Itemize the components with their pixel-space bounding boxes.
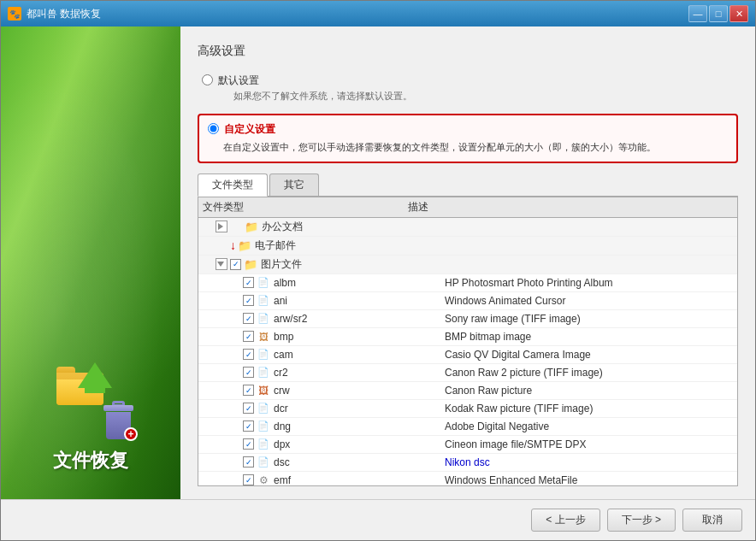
doc-icon: 📄 — [257, 312, 270, 326]
folder-icon: 📁 — [238, 238, 251, 252]
table-row[interactable]: ✓ 📄 arw/sr2 Sony raw image (TIFF image) — [198, 310, 737, 328]
app-icon: 🐾 — [8, 7, 21, 21]
default-radio-label[interactable]: 默认设置 — [218, 74, 259, 86]
folder-icon: 📁 — [245, 220, 258, 233]
checkbox[interactable]: ✓ — [243, 403, 254, 414]
table-body[interactable]: 📁 办公文档 ↓ 📁 电子邮件 ✓ — [198, 218, 737, 486]
doc-icon: 📄 — [257, 276, 270, 290]
row-name: 电子邮件 — [255, 238, 426, 253]
row-desc: Windows Animated Cursor — [445, 295, 733, 307]
default-radio-input[interactable] — [202, 74, 213, 85]
row-desc: HP Photosmart Photo Printing Album — [445, 277, 733, 289]
checkbox[interactable]: ✓ — [243, 420, 254, 432]
checkbox[interactable]: ✓ — [243, 331, 254, 342]
row-desc: BMP bitmap image — [445, 331, 733, 343]
default-radio-option[interactable]: 默认设置 如果您不了解文件系统，请选择默认设置。 — [198, 69, 738, 107]
checkbox[interactable]: ✓ — [243, 438, 254, 450]
checkbox[interactable]: ✓ — [243, 385, 254, 396]
tab-bar: 文件类型 其它 — [198, 173, 738, 197]
row-desc: Canon Raw 2 picture (TIFF image) — [445, 367, 733, 379]
sidebar-label: 文件恢复 — [53, 448, 128, 473]
row-name: cr2 — [274, 367, 445, 379]
prev-button[interactable]: < 上一步 — [531, 509, 599, 532]
checkbox[interactable]: ✓ — [243, 474, 254, 485]
table-row[interactable]: ✓ 📄 dng Adobe Digital Negative — [198, 418, 737, 436]
doc-icon: 📄 — [257, 348, 270, 362]
maximize-button[interactable]: □ — [709, 5, 728, 22]
row-name: albm — [274, 277, 445, 289]
default-radio-content: 默认设置 如果您不了解文件系统，请选择默认设置。 — [218, 74, 412, 103]
sidebar-illustration: + — [48, 362, 133, 439]
row-desc: Windows Enhanced MetaFile — [445, 474, 733, 486]
table-row[interactable]: ✓ 📄 ani Windows Animated Cursor — [198, 292, 737, 310]
table-row[interactable]: ✓ 📄 dsc Nikon dsc — [198, 454, 737, 472]
table-header: 文件类型 描述 — [198, 197, 737, 218]
row-name: dpx — [274, 438, 445, 450]
close-button[interactable]: ✕ — [729, 5, 748, 22]
tab-other[interactable]: 其它 — [269, 173, 319, 196]
icon-group: + — [48, 362, 133, 439]
checkbox[interactable]: ✓ — [243, 456, 254, 467]
expand-btn[interactable] — [216, 221, 227, 232]
table-row[interactable]: ✓ 📄 albm HP Photosmart Photo Printing Al… — [198, 274, 737, 292]
doc-icon: 📄 — [257, 294, 270, 308]
row-name: 办公文档 — [262, 220, 433, 234]
custom-radio-option[interactable]: 自定义设置 — [208, 122, 728, 137]
table-row[interactable]: ✓ 📁 图片文件 — [198, 256, 737, 274]
file-table: 文件类型 描述 📁 办公文档 ↓ — [198, 197, 738, 487]
row-desc: Casio QV Digital Camera Image — [445, 349, 733, 361]
doc-icon: 📄 — [257, 456, 270, 469]
col-desc-header: 描述 — [408, 200, 733, 215]
table-row[interactable]: ✓ 📄 cam Casio QV Digital Camera Image — [198, 346, 737, 364]
expand-btn[interactable] — [216, 258, 227, 270]
checkbox[interactable]: ✓ — [243, 295, 254, 306]
row-name: cam — [274, 349, 445, 361]
cancel-button[interactable]: 取消 — [682, 509, 742, 532]
custom-radio-label[interactable]: 自定义设置 — [224, 122, 275, 137]
row-desc: Kodak Raw picture (TIFF image) — [445, 403, 733, 415]
sidebar: + 文件恢复 — [1, 26, 180, 499]
table-row[interactable]: ↓ 📁 电子邮件 — [198, 237, 737, 256]
row-desc: Sony raw image (TIFF image) — [445, 313, 733, 325]
doc-icon: 📄 — [257, 438, 270, 451]
img2-icon: 🖼 — [257, 384, 270, 397]
minimize-button[interactable]: — — [688, 5, 707, 22]
checkbox[interactable]: ✓ — [243, 349, 254, 360]
window-title: 都叫兽 数据恢复 — [27, 7, 688, 21]
col-type-header: 文件类型 — [203, 200, 408, 215]
row-desc: Cineon image file/SMTPE DPX — [445, 438, 733, 450]
folder-icon: 📁 — [244, 257, 257, 271]
app-window: 🐾 都叫兽 数据恢复 — □ ✕ — [0, 0, 756, 541]
table-row[interactable]: ✓ 📄 dcr Kodak Raw picture (TIFF image) — [198, 400, 737, 418]
arrow-icon — [78, 362, 112, 405]
table-row[interactable]: ✓ 🖼 bmp BMP bitmap image — [198, 328, 737, 346]
main-body: + 文件恢复 高级设置 默认设置 如果您不了解文件系统，请选择默认设置。 — [1, 26, 755, 499]
custom-radio-input[interactable] — [208, 123, 219, 134]
checkbox[interactable]: ✓ — [243, 277, 254, 288]
table-row[interactable]: ✓ ⚙ emf Windows Enhanced MetaFile — [198, 472, 737, 486]
section-title: 高级设置 — [198, 44, 738, 59]
checkbox[interactable]: ✓ — [230, 259, 241, 270]
checkbox[interactable]: ✓ — [243, 313, 254, 324]
row-name: 图片文件 — [261, 257, 432, 272]
row-name: dsc — [274, 456, 445, 468]
content-area: 高级设置 默认设置 如果您不了解文件系统，请选择默认设置。 自定义设置 在自定义… — [180, 26, 755, 499]
bottom-bar: < 上一步 下一步 > 取消 — [1, 499, 755, 540]
tab-file-type[interactable]: 文件类型 — [198, 173, 268, 197]
custom-radio-desc: 在自定义设置中，您可以手动选择需要恢复的文件类型，设置分配单元的大小（即，簇的大… — [208, 140, 728, 155]
window-controls: — □ ✕ — [688, 5, 748, 22]
table-row[interactable]: ✓ 📄 dpx Cineon image file/SMTPE DPX — [198, 436, 737, 454]
row-desc: Canon Raw picture — [445, 385, 733, 397]
next-button[interactable]: 下一步 > — [607, 509, 676, 532]
custom-settings-box: 自定义设置 在自定义设置中，您可以手动选择需要恢复的文件类型，设置分配单元的大小… — [198, 114, 738, 163]
row-name: crw — [274, 385, 445, 397]
table-row[interactable]: ✓ 📄 cr2 Canon Raw 2 picture (TIFF image) — [198, 364, 737, 382]
table-row[interactable]: ✓ 🖼 crw Canon Raw picture — [198, 382, 737, 400]
checkbox[interactable]: ✓ — [243, 367, 254, 378]
row-name: emf — [274, 474, 445, 486]
down-arrow-icon: ↓ — [230, 238, 236, 252]
title-bar: 🐾 都叫兽 数据恢复 — □ ✕ — [1, 1, 755, 26]
table-row[interactable]: 📁 办公文档 — [198, 218, 737, 237]
row-name: ani — [274, 295, 445, 307]
doc-icon: 📄 — [257, 402, 270, 415]
